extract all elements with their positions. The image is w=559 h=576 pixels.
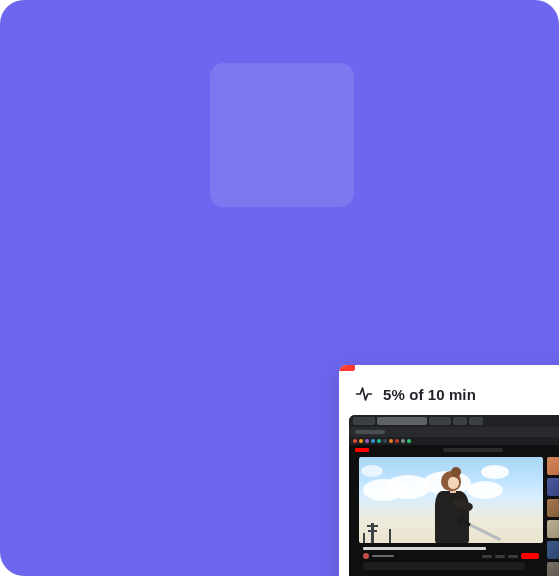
related-thumbnail [547, 499, 559, 517]
browser-tab [353, 417, 375, 425]
character-figure [421, 465, 485, 543]
browser-tab [377, 417, 427, 425]
video-title-line [363, 547, 486, 550]
video-meta [359, 543, 543, 576]
extension-icon [365, 439, 369, 443]
tower-silhouette [363, 533, 365, 543]
related-thumbnail [547, 478, 559, 496]
extension-row [349, 437, 559, 445]
channel-avatar [363, 553, 369, 559]
activity-icon [355, 385, 373, 403]
browser-screenshot [349, 415, 559, 576]
description-box [363, 562, 525, 570]
browser-tab-strip [349, 415, 559, 427]
browser-tab [429, 417, 451, 425]
channel-name-line [372, 555, 394, 557]
extension-icon [353, 439, 357, 443]
video-main-column [357, 455, 545, 576]
related-thumbnail [547, 457, 559, 475]
related-thumbnail [547, 562, 559, 576]
video-site-header [349, 445, 559, 455]
browser-url-bar [349, 427, 559, 437]
action-chip [482, 555, 492, 558]
extension-icon [401, 439, 405, 443]
cloud-shape [481, 465, 509, 479]
browser-tab [469, 417, 483, 425]
video-page-body [349, 455, 559, 576]
figure-face [448, 477, 459, 489]
extension-icon [389, 439, 393, 443]
search-bar [443, 448, 503, 452]
site-logo [355, 448, 369, 452]
usage-title: 5% of 10 min [383, 386, 476, 403]
browser-tab [453, 417, 467, 425]
figure-body [435, 491, 469, 543]
extension-icon [377, 439, 381, 443]
usage-popup: 5% of 10 min [339, 365, 559, 576]
video-sidebar [545, 455, 559, 576]
extension-icon [359, 439, 363, 443]
extension-icon [407, 439, 411, 443]
left-gutter [349, 455, 357, 576]
cloud-shape [361, 465, 383, 477]
video-channel-row [363, 553, 539, 559]
related-thumbnail [547, 520, 559, 538]
extension-icon [383, 439, 387, 443]
extension-icon [371, 439, 375, 443]
figure-hair-bun [451, 467, 461, 477]
subscribe-button [521, 553, 539, 559]
placeholder-square [210, 63, 354, 207]
action-chip [508, 555, 518, 558]
tower-silhouette [389, 529, 391, 543]
popup-header: 5% of 10 min [339, 371, 559, 415]
url-text [355, 430, 385, 434]
background-canvas: 5% of 10 min [0, 0, 559, 576]
video-player [359, 457, 543, 543]
tower-silhouette [371, 523, 374, 543]
extension-icon [395, 439, 399, 443]
related-thumbnail [547, 541, 559, 559]
action-chip [495, 555, 505, 558]
